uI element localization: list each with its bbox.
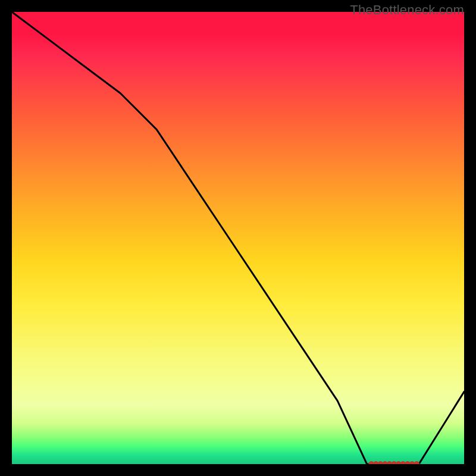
optimal-marker — [414, 462, 419, 465]
bottleneck-curve-line — [12, 12, 464, 464]
marker-group — [369, 462, 419, 465]
watermark-label: TheBottleneck.com — [350, 2, 464, 18]
chart-stage: TheBottleneck.com — [0, 0, 476, 476]
chart-svg — [12, 12, 464, 464]
